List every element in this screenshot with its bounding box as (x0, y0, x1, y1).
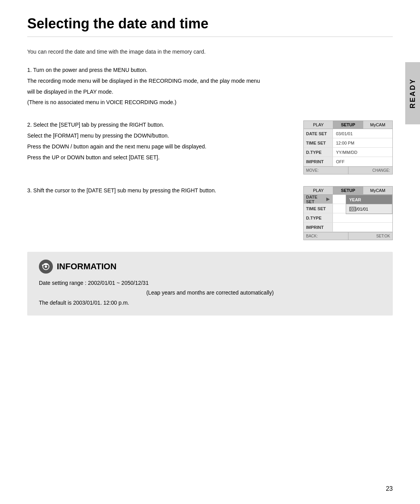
step-1: 1. Turn on the power and press the MENU … (27, 66, 393, 109)
info-icon (39, 260, 53, 274)
submenu-year: YEAR (346, 195, 392, 204)
info-line-1: Date setting range : 2002/01/01 ~ 2050/1… (39, 280, 149, 286)
step-2: 2. Select the [SETUP] tab by pressing th… (27, 120, 393, 174)
menu-value-dtype: YY/MM/DD (333, 150, 392, 155)
step-1-line-1: 1. Turn on the power and press the MENU … (27, 66, 393, 75)
camera-icon (40, 261, 51, 272)
submenu-value-suffix: /01/01 (356, 207, 368, 211)
step-2-line-2: Select the [FORMAT] menu by pressing the… (27, 131, 296, 141)
step-2-line-4: Press the UP or DOWN button and select [… (27, 153, 296, 162)
menu-value-imprint: OFF (333, 159, 392, 164)
menu-tab-mycam: MyCAM (363, 121, 392, 129)
svg-rect-4 (42, 265, 44, 266)
submenu-value-prefix: 03 (349, 207, 356, 211)
menu-tabs-2: PLAY SETUP MyCAM (304, 187, 392, 195)
menu-rows-1: DATE SET 03/01/01 TIME SET 12:00 PM D.TY… (304, 129, 392, 166)
menu2-label-dtype: D.TYPE (304, 213, 333, 222)
menu-tab2-mycam: MyCAM (363, 187, 392, 194)
ready-tab: READY (405, 62, 420, 124)
menu-footer-2: BACK: SET:OK (304, 232, 392, 240)
menu-ui-1: PLAY SETUP MyCAM DATE SET 03/01/01 TIME … (303, 120, 393, 174)
info-line-2: (Leap years and months are corrected aut… (39, 288, 381, 298)
step-3-line-1: 3. Shift the cursor to the [DATE SET] su… (27, 186, 296, 195)
step-3-content: 3. Shift the cursor to the [DATE SET] su… (27, 186, 296, 197)
info-header: INFORMATION (39, 260, 381, 274)
menu-rows-2: DATE SET ▶ TIME SET D.TYPE IMPRINT (304, 195, 392, 232)
menu-footer-move: MOVE: (304, 167, 348, 174)
menu-footer-change: CHANGE: (348, 167, 393, 174)
menu-value-dateset: 03/01/01 (333, 131, 392, 136)
submenu-overlay: YEAR 03 /01/01 (346, 195, 392, 214)
info-content: Date setting range : 2002/01/01 ~ 2050/1… (39, 278, 381, 308)
ready-label: READY (409, 78, 417, 108)
menu-tab2-play: PLAY (304, 187, 333, 194)
menu-label-dateset: DATE SET (304, 129, 333, 138)
step-2-line-1: 2. Select the [SETUP] tab by pressing th… (27, 120, 296, 130)
menu-footer-back: BACK: (304, 232, 348, 240)
menu-row2-imprint: IMPRINT (304, 223, 392, 232)
menu-label-dtype: D.TYPE (304, 148, 333, 157)
menu-row-1-dateset: DATE SET 03/01/01 (304, 129, 392, 138)
step-1-content: 1. Turn on the power and press the MENU … (27, 66, 393, 109)
info-box: INFORMATION Date setting range : 2002/01… (27, 252, 393, 316)
page-container: READY Selecting the date and time You ca… (0, 0, 420, 504)
menu-row-1-imprint: IMPRINT OFF (304, 157, 392, 166)
menu2-label-dateset: DATE SET ▶ (304, 195, 333, 204)
intro-text: You can record the date and time with th… (27, 49, 393, 55)
menu-footer-setok: SET:OK (348, 232, 393, 240)
step-1-line-2: The recording mode menu will be displaye… (27, 77, 393, 86)
menu-label-timeset: TIME SET (304, 138, 333, 147)
menu-label-imprint: IMPRINT (304, 157, 333, 166)
submenu-value-row: 03 /01/01 (346, 204, 392, 214)
step-1-line-4: (There is no associated menu in VOICE RE… (27, 98, 393, 107)
menu-footer-1: MOVE: CHANGE: (304, 166, 392, 174)
menu-row2-dtype: D.TYPE (304, 213, 392, 223)
menu2-label-imprint: IMPRINT (304, 223, 333, 232)
menu-tab2-setup: SETUP (333, 187, 363, 194)
menu-row-1-timeset: TIME SET 12:00 PM (304, 138, 392, 148)
menu-tab-setup: SETUP (333, 121, 363, 129)
page-number: 23 (386, 485, 393, 492)
arrow-icon: ▶ (326, 197, 329, 202)
info-title: INFORMATION (57, 262, 117, 272)
menu-ui-2: PLAY SETUP MyCAM DATE SET ▶ TIME SET (303, 186, 393, 240)
info-line-3: The default is 2003/01/01. 12:00 p.m. (39, 300, 129, 306)
svg-point-2 (45, 265, 47, 268)
menu-value-timeset: 12:00 PM (333, 141, 392, 145)
step-2-line-3: Press the DOWN / button again and the ne… (27, 142, 296, 152)
menu-tabs-1: PLAY SETUP MyCAM (304, 121, 392, 129)
step-2-content: 2. Select the [SETUP] tab by pressing th… (27, 120, 296, 164)
step-3: 3. Shift the cursor to the [DATE SET] su… (27, 186, 393, 240)
step-1-line-3: will be displayed in the PLAY mode. (27, 87, 393, 97)
menu-row-1-dtype: D.TYPE YY/MM/DD (304, 148, 392, 157)
svg-rect-3 (44, 263, 48, 265)
menu-tab-play: PLAY (304, 121, 333, 129)
menu2-label-timeset: TIME SET (304, 204, 333, 213)
page-title: Selecting the date and time (27, 16, 393, 37)
